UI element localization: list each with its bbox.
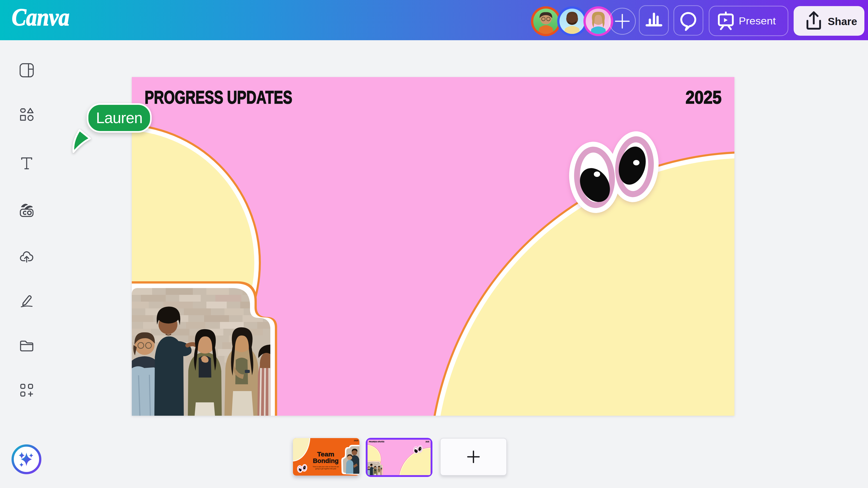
svg-text:Team: Team	[317, 451, 334, 458]
svg-text:Share: Share	[828, 15, 857, 27]
svg-text:Present: Present	[739, 15, 776, 26]
svg-text:Bonding: Bonding	[313, 457, 339, 464]
svg-text:2025: 2025	[354, 440, 358, 442]
svg-text:PROGRESS UPDATES: PROGRESS UPDATES	[369, 441, 384, 443]
svg-text:Time to cast your vote on how: Time to cast your vote on how we are	[313, 466, 339, 468]
svg-text:going to get together this yea: going to get together this year	[315, 468, 336, 470]
svg-text:PROGRESS UPDATES: PROGRESS UPDATES	[145, 87, 292, 107]
svg-text:2025: 2025	[426, 441, 429, 443]
svg-text:2025: 2025	[686, 87, 721, 107]
